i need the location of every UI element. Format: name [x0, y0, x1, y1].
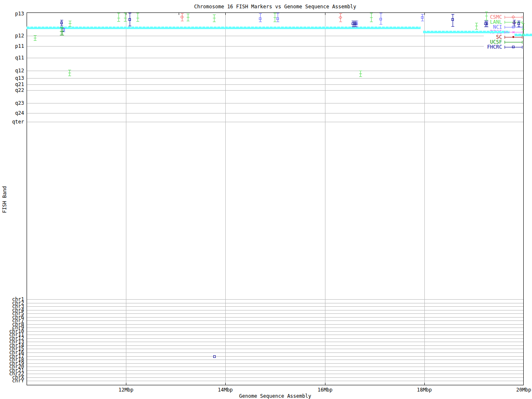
- point-tick: [485, 16, 488, 16]
- errorbar-cap: [276, 22, 279, 22]
- errorbar-cap: [181, 21, 184, 21]
- errorbar-cap: [136, 13, 139, 13]
- errorbar-cap: [354, 27, 357, 27]
- legend-sample-cap: [522, 26, 522, 29]
- errorbar-cap: [128, 13, 131, 13]
- errorbar-cap: [276, 13, 279, 13]
- legend-sample-cap: [522, 31, 522, 34]
- errorbar-cap: [60, 20, 63, 20]
- errorbar-cap: [379, 24, 382, 25]
- point-tick: [117, 18, 120, 18]
- gridline-h: [27, 381, 523, 381]
- point-tick: [61, 31, 64, 32]
- errorbar-cap: [517, 27, 520, 27]
- gridline-h: [27, 338, 523, 339]
- legend-sample-cap: [505, 36, 505, 39]
- errorbar-cap: [128, 26, 131, 26]
- y-tick-label: q24: [3, 111, 24, 116]
- point-square: [379, 18, 382, 20]
- errorbar-line: [118, 13, 119, 21]
- axis-tick-bottom: [225, 383, 226, 385]
- x-tick-label: 20Mbp: [511, 387, 532, 392]
- errorbar-cap: [213, 22, 216, 22]
- assembly-line-segment: [423, 31, 510, 33]
- gridline-v: [325, 13, 325, 385]
- gridline-h: [27, 331, 523, 332]
- errorbar-cap: [485, 27, 488, 27]
- point-square: [485, 22, 488, 25]
- gridline-h: [27, 317, 523, 318]
- errorbar-cap: [370, 13, 373, 13]
- legend-sample-cap: [505, 46, 505, 49]
- point-square: [354, 22, 357, 25]
- axis-tick-top: [424, 13, 425, 15]
- errorbar-cap: [259, 13, 262, 14]
- gridline-h: [27, 313, 523, 314]
- gridline-h: [27, 363, 523, 364]
- gridline-h: [27, 367, 523, 367]
- plot-frame: [27, 12, 524, 385]
- gridline-h: [27, 335, 523, 335]
- y-tick-label: q22: [3, 88, 24, 93]
- point-square: [60, 22, 63, 24]
- gridline-h: [27, 299, 523, 300]
- gridline-v: [126, 13, 126, 385]
- chart-title: Chromosome 16 FISH Markers vs Genome Seq…: [27, 4, 524, 9]
- errorbar-cap: [60, 26, 63, 26]
- errorbar-cap: [517, 21, 520, 21]
- legend-sample-cap: [522, 46, 522, 49]
- point-tick: [359, 74, 362, 74]
- gridline-h: [27, 328, 523, 328]
- legend-sample-cap: [505, 26, 505, 29]
- gridline-h: [27, 303, 523, 303]
- gridline-h: [27, 352, 523, 353]
- errorbar-cap: [136, 21, 139, 22]
- x-axis-title: Genome Sequence Assembly: [27, 394, 524, 399]
- errorbar-cap: [117, 21, 120, 22]
- x-tick-label: 14Mbp: [213, 387, 238, 392]
- errorbar-cap: [124, 13, 127, 13]
- errorbar-cap: [359, 71, 362, 71]
- gridline-h: [27, 103, 523, 103]
- point-tick: [136, 18, 139, 18]
- errorbar-cap: [379, 13, 382, 13]
- axis-tick-top: [325, 13, 325, 15]
- errorbar-cap: [61, 35, 64, 35]
- errorbar-cap: [69, 26, 71, 27]
- gridline-h: [27, 370, 523, 371]
- errorbar-cap: [475, 29, 478, 30]
- errorbar-cap: [34, 35, 37, 36]
- point-square: [128, 18, 131, 21]
- errorbar-cap: [69, 21, 71, 21]
- gridline-h: [27, 349, 523, 349]
- point-square: [513, 22, 515, 24]
- legend-sample-cap: [505, 41, 505, 44]
- gridline-h: [27, 374, 523, 374]
- errorbar-cap: [34, 40, 37, 41]
- errorbar-cap: [370, 22, 373, 22]
- y-tick-label: chrY: [3, 378, 24, 383]
- errorbar-cap: [117, 13, 120, 13]
- point-tick: [512, 42, 515, 42]
- chart-canvas: Chromosome 16 FISH Markers vs Genome Seq…: [0, 0, 532, 399]
- errorbar-cap: [485, 12, 488, 12]
- errorbar-cap: [124, 21, 127, 22]
- errorbar-cap: [485, 21, 488, 21]
- errorbar-cap: [187, 21, 190, 21]
- point-square: [451, 18, 454, 21]
- errorbar-line: [138, 13, 138, 21]
- gridline-h: [27, 90, 523, 91]
- assembly-line-segment: [27, 27, 421, 29]
- gridline-h: [27, 324, 523, 325]
- errorbar-cap: [359, 76, 362, 77]
- axis-tick-top: [225, 13, 226, 15]
- errorbar-cap: [451, 26, 454, 27]
- gridline-h: [27, 78, 523, 79]
- x-tick-label: 12Mbp: [113, 387, 138, 392]
- gridline-h: [27, 84, 523, 85]
- errorbar-cap: [421, 14, 424, 15]
- gridline-h: [27, 113, 523, 113]
- point-tick: [213, 18, 216, 18]
- point-square: [259, 17, 261, 20]
- y-axis-title: FISH Band: [2, 158, 8, 241]
